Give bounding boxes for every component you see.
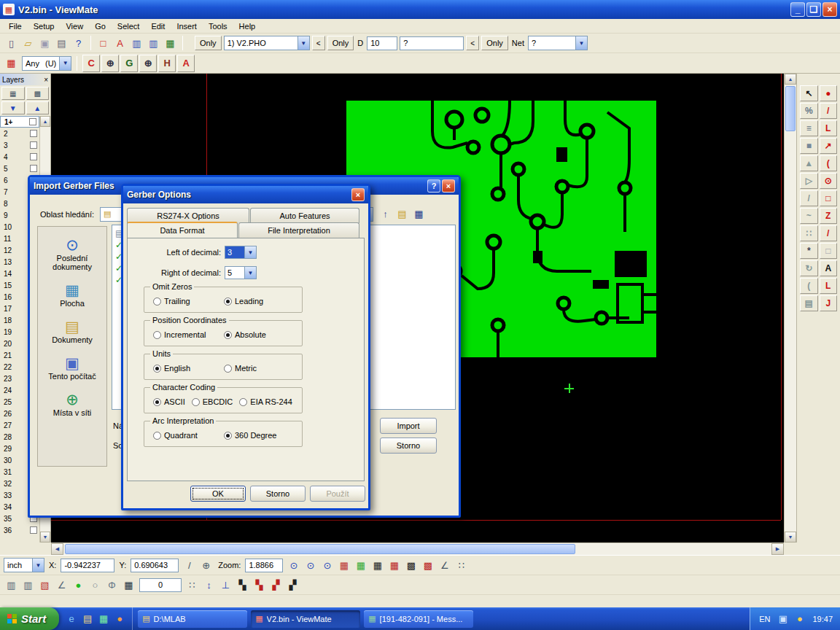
new-file-icon[interactable]: ▯ bbox=[4, 36, 19, 51]
first-column-icon[interactable]: ▥ bbox=[129, 36, 144, 51]
menu-insert[interactable]: Insert bbox=[171, 20, 203, 32]
scroll-right-icon[interactable]: ▶ bbox=[771, 543, 784, 555]
a-view-icon[interactable]: A bbox=[177, 55, 195, 72]
scroll-down-icon[interactable]: ▼ bbox=[785, 532, 796, 542]
import-dialog-close-button[interactable]: × bbox=[442, 179, 455, 192]
scroll-left-icon[interactable]: ◀ bbox=[51, 543, 63, 555]
dots-icon[interactable]: ∷ bbox=[454, 558, 469, 573]
layer-color-swatch[interactable] bbox=[30, 141, 37, 149]
place-dokumenty[interactable]: ▤Dokumenty bbox=[38, 317, 106, 344]
menu-view[interactable]: View bbox=[60, 20, 89, 32]
order-icon[interactable]: % bbox=[800, 103, 818, 119]
only-dcode-toggle[interactable]: Only bbox=[327, 36, 354, 50]
zoom-value-field[interactable]: 1.8866 bbox=[245, 559, 283, 572]
polyline-icon[interactable]: Z bbox=[820, 208, 838, 224]
gerber-dialog-title-bar[interactable]: Gerber Options × bbox=[123, 186, 368, 203]
menu-help[interactable]: Help bbox=[233, 20, 262, 32]
layers-colors-icon[interactable]: ▩ bbox=[26, 87, 50, 100]
filled-square-icon[interactable]: ■ bbox=[800, 138, 818, 154]
radio-english[interactable]: English bbox=[153, 364, 217, 373]
pattern-red-icon-2[interactable]: ▞ bbox=[268, 578, 284, 593]
only-net-toggle[interactable]: Only bbox=[481, 36, 508, 50]
target-2-icon[interactable]: ⊕ bbox=[139, 55, 157, 72]
tab-data-format[interactable]: Data Format bbox=[127, 222, 238, 238]
text-tool-icon[interactable]: A bbox=[820, 260, 838, 276]
layers-close-icon[interactable]: × bbox=[44, 76, 48, 84]
layer-row-36[interactable]: 36 bbox=[0, 524, 39, 536]
maximize-button[interactable]: ❏ bbox=[806, 2, 821, 17]
chevron-down-icon[interactable]: ▼ bbox=[244, 246, 256, 258]
layer-down-icon[interactable]: ▼ bbox=[1, 101, 25, 114]
x-coordinate-field[interactable]: -0.942237 bbox=[61, 559, 114, 572]
trace-dark-icon[interactable]: ▩ bbox=[403, 558, 419, 573]
language-indicator[interactable]: EN bbox=[759, 615, 770, 623]
desktop-quicklaunch-icon[interactable]: ▦ bbox=[97, 612, 110, 626]
layer-row-5[interactable]: 5 bbox=[0, 163, 39, 174]
origin-snap-icon[interactable]: ⊥ bbox=[218, 578, 233, 593]
dcode-query-field[interactable]: ? bbox=[400, 36, 464, 50]
dots-icon[interactable]: ∷ bbox=[800, 225, 818, 241]
tab-file-interpretation[interactable]: File Interpretation bbox=[238, 222, 359, 238]
target-pad-icon[interactable]: ⊙ bbox=[820, 173, 838, 189]
c-view-icon[interactable]: C bbox=[82, 55, 100, 72]
probe-icon[interactable]: Φ bbox=[104, 578, 120, 593]
highlight-state-icon[interactable]: ● bbox=[71, 578, 86, 593]
prev-net-button[interactable]: < bbox=[466, 36, 479, 50]
radio-eia-rs-244[interactable]: EIA RS-244 bbox=[239, 397, 292, 406]
trace-red-icon[interactable]: ▩ bbox=[420, 558, 435, 573]
layer-row-2[interactable]: 2 bbox=[0, 128, 39, 139]
minimize-button[interactable]: _ bbox=[790, 2, 805, 17]
zoom-selection-icon[interactable]: ⊙ bbox=[319, 558, 335, 573]
view-menu-icon[interactable]: ▦ bbox=[411, 206, 427, 222]
flash-pad-icon[interactable]: ● bbox=[820, 85, 838, 101]
layers-table-icon[interactable]: ▦ bbox=[1, 87, 25, 100]
j-shape-icon[interactable]: J bbox=[820, 295, 838, 311]
right-of-decimal-combo[interactable]: 5 ▼ bbox=[225, 266, 257, 279]
grid-red-icon[interactable]: ▦ bbox=[336, 558, 351, 573]
scrollbar-track[interactable] bbox=[577, 543, 771, 555]
dcode-field[interactable]: 10 bbox=[367, 36, 397, 50]
new-folder-icon[interactable]: ▤ bbox=[394, 206, 410, 222]
dashed-rect-icon[interactable]: □ bbox=[820, 243, 838, 259]
layer-row-4[interactable]: 4 bbox=[0, 151, 39, 163]
select-pointer-icon[interactable]: ↖ bbox=[800, 85, 818, 101]
scroll-up-icon[interactable]: ▲ bbox=[40, 116, 50, 127]
menu-setup[interactable]: Setup bbox=[28, 20, 61, 32]
radio-ebcdic[interactable]: EBCDIC bbox=[192, 397, 233, 406]
apply-button[interactable]: Použít bbox=[310, 486, 365, 502]
origin-icon[interactable]: ⊕ bbox=[198, 558, 214, 573]
select-frame-icon[interactable]: □ bbox=[96, 36, 111, 51]
grid-green-icon[interactable]: ▦ bbox=[353, 558, 368, 573]
chevron-down-icon[interactable]: ▼ bbox=[298, 36, 309, 50]
grid-mode-icon[interactable]: ▦ bbox=[121, 578, 136, 593]
radio-trailing[interactable]: Trailing bbox=[153, 297, 217, 306]
start-button[interactable]: Start bbox=[0, 607, 59, 630]
l-shape-icon[interactable]: L bbox=[820, 278, 838, 294]
menu-edit[interactable]: Edit bbox=[145, 20, 171, 32]
edge-tool-icon-1[interactable]: ▥ bbox=[4, 578, 19, 593]
draw-corner-icon[interactable]: L bbox=[820, 120, 838, 136]
help-select-icon[interactable]: ? bbox=[71, 36, 86, 51]
close-button[interactable]: × bbox=[822, 2, 837, 17]
gerber-dialog-close-button[interactable]: × bbox=[351, 188, 365, 201]
up-one-level-icon[interactable]: ↑ bbox=[378, 206, 393, 222]
radio-ascii[interactable]: ASCII bbox=[153, 397, 185, 406]
scrollbar-thumb[interactable] bbox=[785, 86, 796, 131]
ok-button[interactable]: OK bbox=[190, 486, 246, 502]
y-coordinate-field[interactable]: 0.690643 bbox=[131, 559, 179, 572]
slope-icon[interactable]: / bbox=[800, 190, 818, 206]
layer-up-icon[interactable]: ▲ bbox=[26, 101, 50, 114]
rotate-icon[interactable]: ↻ bbox=[800, 260, 818, 276]
export-icon[interactable]: ▤ bbox=[800, 295, 818, 311]
radio-leading[interactable]: Leading bbox=[224, 297, 263, 306]
identify-icon[interactable]: A bbox=[112, 36, 128, 51]
target-1-icon[interactable]: ⊕ bbox=[101, 55, 119, 72]
browser-quicklaunch-icon[interactable]: ● bbox=[113, 612, 126, 626]
chevron-down-icon[interactable]: ▼ bbox=[32, 559, 44, 572]
unit-combo[interactable]: inch ▼ bbox=[4, 558, 44, 572]
place-posledn-dokumenty[interactable]: ⊙Poslední dokumenty bbox=[38, 236, 106, 271]
menu-go[interactable]: Go bbox=[89, 20, 112, 32]
draw-arrow-icon[interactable]: ↗ bbox=[820, 138, 838, 154]
radio-absolute[interactable]: Absolute bbox=[224, 330, 266, 339]
measure-distance-icon[interactable]: / bbox=[182, 558, 197, 573]
